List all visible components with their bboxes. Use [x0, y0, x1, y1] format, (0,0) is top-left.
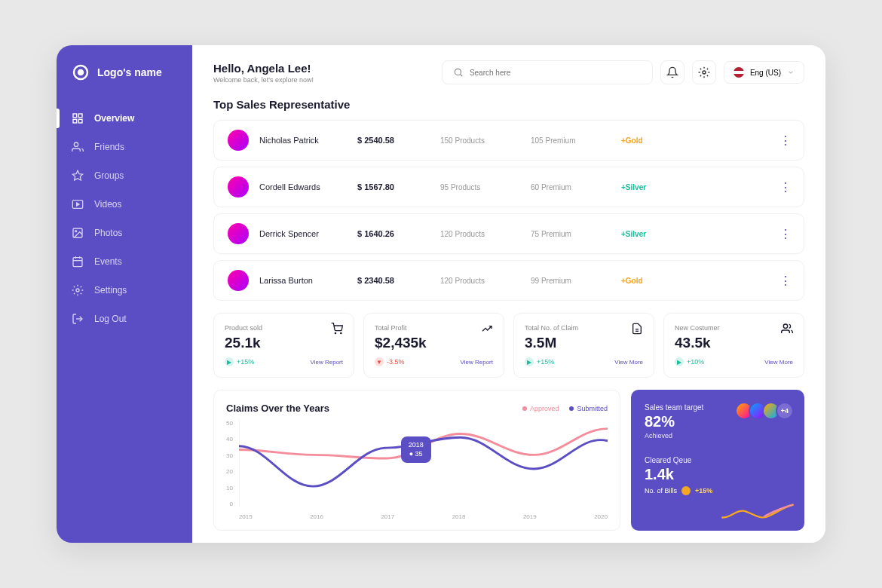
sidebar-item-logout[interactable]: Log Out: [57, 305, 192, 333]
chart-legend: Approved Submitted: [522, 405, 608, 412]
rep-name: Derrick Spencer: [259, 229, 357, 238]
svg-point-25: [783, 324, 787, 328]
more-button[interactable]: ⋮: [779, 133, 790, 148]
rep-row: Derrick Spencer$ 1640.26120 Products75 P…: [213, 213, 804, 254]
queue-value: 1.4k: [645, 466, 791, 483]
more-button[interactable]: ⋮: [779, 180, 790, 194]
rep-badge: +Silver: [621, 230, 779, 238]
stat-change: ▶+10%: [675, 357, 704, 366]
svg-rect-4: [73, 119, 77, 123]
stat-change: ▶+15%: [225, 357, 254, 366]
logo: Logo's name: [57, 63, 192, 104]
rep-premium: 60 Premium: [531, 183, 621, 191]
y-axis: 50403020100: [226, 420, 233, 518]
overview-icon: [72, 112, 84, 124]
sidebar-item-groups[interactable]: Groups: [57, 161, 192, 190]
svg-point-18: [455, 69, 461, 75]
svg-point-21: [335, 332, 335, 333]
more-button[interactable]: ⋮: [779, 274, 790, 288]
chart-tooltip: 2018 ● 35: [401, 436, 431, 463]
nav-label: Photos: [94, 228, 122, 238]
nav-label: Log Out: [94, 314, 127, 324]
settings-button[interactable]: [692, 60, 716, 84]
rep-premium: 99 Premium: [531, 277, 621, 285]
stat-label: Product sold: [225, 324, 343, 332]
queue-section: Cleared Qeue 1.4k No. of Bills +15%: [645, 456, 791, 495]
svg-rect-5: [78, 119, 82, 123]
rep-amount: $ 1640.26: [357, 229, 440, 238]
rep-badge: +Gold: [621, 136, 779, 145]
legend-dot-icon: [522, 406, 527, 411]
stat-icon: [631, 323, 643, 335]
rep-amount: $ 1567.80: [357, 182, 440, 191]
svg-line-19: [460, 74, 462, 76]
nav-label: Events: [94, 256, 122, 267]
section-title-reps: Top Sales Representative: [213, 98, 804, 111]
avatar-more[interactable]: +4: [776, 402, 794, 420]
chart-area: 2018 ● 35 201520162017201820192020: [239, 420, 608, 518]
more-button[interactable]: ⋮: [779, 227, 790, 241]
stat-link[interactable]: View More: [614, 359, 643, 366]
rep-products: 120 Products: [440, 230, 531, 238]
rep-name: Larissa Burton: [259, 276, 357, 285]
stat-label: Total No. of Claim: [525, 324, 643, 332]
stat-icon: [781, 323, 793, 335]
bills-row: No. of Bills +15%: [645, 486, 791, 495]
avatar: [228, 270, 249, 291]
chevron-down-icon: [787, 69, 795, 76]
sidebar-item-friends[interactable]: Friends: [57, 133, 192, 161]
sidebar-item-events[interactable]: Events: [57, 247, 192, 276]
svg-point-6: [74, 142, 78, 146]
stat-link[interactable]: View Report: [461, 359, 493, 366]
queue-label: Cleared Qeue: [645, 456, 791, 464]
chart-title: Claims Over the Years: [226, 403, 329, 414]
photos-icon: [72, 227, 84, 239]
notifications-button[interactable]: [660, 60, 684, 84]
chart-lines: [239, 420, 608, 507]
sparkline: [720, 502, 795, 523]
groups-icon: [72, 170, 84, 182]
target-card: Sales team target 82% Achieved +4 Cleare…: [631, 390, 804, 531]
stat-icon: [331, 323, 343, 335]
svg-point-22: [341, 332, 341, 333]
coin-icon: [681, 486, 691, 495]
stat-link[interactable]: View More: [764, 359, 793, 366]
svg-point-16: [76, 289, 79, 292]
nav-list: OverviewFriendsGroupsVideosPhotosEventsS…: [57, 104, 192, 333]
header: Hello, Angela Lee! Welcome back, let's e…: [213, 60, 804, 84]
svg-rect-12: [73, 258, 82, 267]
x-axis: 201520162017201820192020: [239, 513, 608, 520]
stat-link[interactable]: View Report: [311, 359, 343, 366]
bell-icon: [666, 66, 678, 78]
header-actions: Eng (US): [442, 60, 804, 84]
language-label: Eng (US): [750, 69, 781, 77]
stat-value: $2,435k: [375, 335, 493, 351]
avatar: [228, 176, 249, 198]
svg-marker-7: [72, 170, 82, 180]
rep-row: Cordell Edwards$ 1567.8095 Products60 Pr…: [213, 167, 804, 207]
sidebar-item-videos[interactable]: Videos: [57, 190, 192, 219]
svg-marker-9: [77, 203, 79, 206]
settings-icon: [72, 284, 84, 296]
svg-point-1: [78, 70, 83, 75]
logout-icon: [72, 313, 84, 325]
rep-row: Nicholas Patrick$ 2540.58150 Products105…: [213, 120, 804, 161]
nav-label: Overview: [94, 113, 134, 124]
svg-rect-2: [73, 114, 77, 118]
avatar: [228, 130, 249, 151]
language-selector[interactable]: Eng (US): [724, 61, 804, 84]
greeting: Hello, Angela Lee! Welcome back, let's e…: [213, 62, 314, 84]
sidebar-item-settings[interactable]: Settings: [57, 276, 192, 305]
logo-icon: [72, 63, 90, 81]
target-status: Achieved: [645, 432, 791, 439]
sidebar-item-photos[interactable]: Photos: [57, 219, 192, 247]
flag-icon: [733, 67, 744, 78]
rep-products: 120 Products: [440, 277, 531, 285]
search-box[interactable]: [442, 60, 653, 84]
rep-amount: $ 2540.58: [357, 136, 440, 145]
search-input[interactable]: [470, 69, 642, 77]
nav-label: Settings: [94, 285, 127, 296]
sidebar-item-overview[interactable]: Overview: [57, 104, 192, 133]
chart-header: Claims Over the Years Approved Submitted: [226, 403, 608, 414]
rep-name: Cordell Edwards: [259, 182, 357, 191]
